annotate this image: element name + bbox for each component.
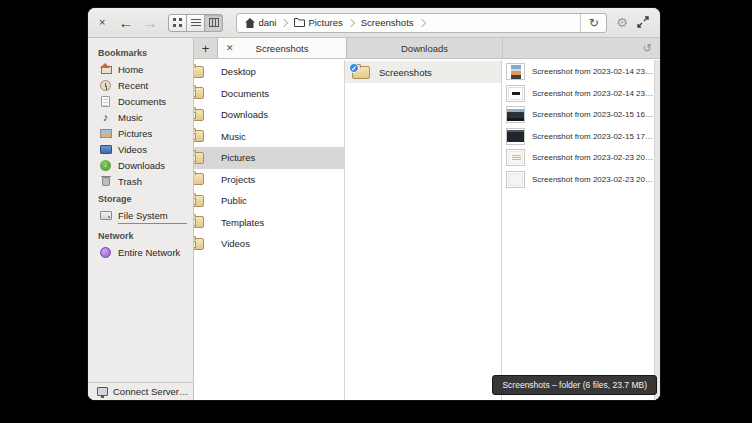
sidebar-item-home[interactable]: Home bbox=[88, 61, 193, 77]
settings-menu-button[interactable]: ⚙ bbox=[616, 16, 628, 29]
breadcrumb-label: dani bbox=[258, 17, 276, 28]
tab-history-button[interactable]: ↺ bbox=[634, 38, 660, 58]
file-row[interactable]: Screenshot from 2023-02-15 17… bbox=[502, 126, 654, 148]
home-icon bbox=[245, 18, 255, 28]
connect-server-label: Connect Server… bbox=[113, 386, 189, 397]
miller-columns: Desktop Documents Downloads Music Pictur… bbox=[194, 60, 660, 400]
folder-row-pictures[interactable]: Pictures bbox=[194, 147, 344, 169]
tab-close-icon[interactable]: ✕ bbox=[226, 43, 234, 53]
folder-row-projects[interactable]: Projects bbox=[194, 169, 344, 191]
sidebar-item-trash[interactable]: Trash bbox=[88, 173, 193, 189]
folder-label: Screenshots bbox=[379, 67, 432, 78]
folder-row-desktop[interactable]: Desktop bbox=[194, 61, 344, 83]
status-overlay: Screenshots – folder (6 files, 23.7 MB) bbox=[492, 375, 657, 395]
videos-icon bbox=[99, 143, 112, 156]
column-view-icon bbox=[209, 18, 219, 27]
folder-icon bbox=[194, 195, 204, 207]
folder-label: Videos bbox=[221, 238, 250, 249]
file-thumbnail bbox=[506, 85, 525, 102]
grid-view-button[interactable] bbox=[168, 14, 187, 32]
folder-row-templates[interactable]: Templates bbox=[194, 212, 344, 234]
view-switcher bbox=[169, 14, 223, 32]
folder-icon bbox=[194, 216, 204, 228]
trash-icon bbox=[99, 175, 112, 188]
tab-label: Downloads bbox=[401, 43, 448, 54]
tab-bar: + ✕ Screenshots Downloads ↺ bbox=[194, 38, 660, 59]
file-name: Screenshot from 2023-02-14 23… bbox=[532, 89, 653, 98]
tab-label: Screenshots bbox=[256, 43, 309, 54]
sidebar-item-music[interactable]: ♪ Music bbox=[88, 109, 193, 125]
sidebar-item-label: File System bbox=[118, 210, 168, 221]
fullscreen-button[interactable] bbox=[637, 14, 649, 32]
breadcrumb-screenshots[interactable]: Screenshots bbox=[359, 17, 416, 28]
filesystem-icon bbox=[99, 209, 112, 222]
file-row[interactable]: Screenshot from 2023-02-14 23… bbox=[502, 61, 654, 83]
file-manager-window: × ← → dani Pictures Screenshots ↻ ⚙ bbox=[88, 8, 660, 400]
file-thumbnail bbox=[506, 171, 525, 188]
file-row[interactable]: Screenshot from 2023-02-15 16… bbox=[502, 104, 654, 126]
column-view-button[interactable] bbox=[204, 14, 223, 32]
sidebar-item-videos[interactable]: Videos bbox=[88, 141, 193, 157]
file-name: Screenshot from 2023-02-15 17… bbox=[532, 132, 653, 141]
folder-label: Templates bbox=[221, 217, 264, 228]
tab-screenshots[interactable]: ✕ Screenshots bbox=[217, 38, 347, 58]
connect-server-button[interactable]: Connect Server… bbox=[88, 382, 193, 400]
sidebar-section-storage: Storage bbox=[88, 189, 193, 207]
folder-label: Downloads bbox=[221, 109, 268, 120]
sidebar-item-recent[interactable]: Recent bbox=[88, 77, 193, 93]
window-close-button[interactable]: × bbox=[99, 17, 105, 28]
back-button[interactable]: ← bbox=[118, 15, 133, 30]
sidebar: Bookmarks Home Recent Documents ♪ Music … bbox=[88, 38, 194, 400]
sidebar-item-file-system[interactable]: File System bbox=[88, 207, 193, 223]
disk-usage-bar bbox=[118, 223, 187, 224]
sidebar-item-entire-network[interactable]: Entire Network bbox=[88, 244, 193, 260]
sidebar-item-documents[interactable]: Documents bbox=[88, 93, 193, 109]
folder-row-documents[interactable]: Documents bbox=[194, 83, 344, 105]
sidebar-item-downloads[interactable]: ↓ Downloads bbox=[88, 157, 193, 173]
status-text: Screenshots – folder (6 files, 23.7 MB) bbox=[502, 380, 647, 390]
sidebar-item-label: Videos bbox=[118, 144, 147, 155]
folder-icon bbox=[194, 66, 204, 78]
home-icon bbox=[99, 63, 112, 76]
sidebar-item-pictures[interactable]: Pictures bbox=[88, 125, 193, 141]
server-icon bbox=[97, 387, 108, 396]
sidebar-item-label: Pictures bbox=[118, 128, 152, 139]
tab-downloads[interactable]: Downloads bbox=[347, 38, 503, 58]
sidebar-item-label: Trash bbox=[118, 176, 142, 187]
file-name: Screenshot from 2023-02-15 16… bbox=[532, 110, 653, 119]
folder-row-videos[interactable]: Videos bbox=[194, 233, 344, 255]
sidebar-section-bookmarks: Bookmarks bbox=[88, 43, 193, 61]
sidebar-item-label: Documents bbox=[118, 96, 166, 107]
sidebar-item-label: Entire Network bbox=[118, 247, 180, 258]
breadcrumb-pictures[interactable]: Pictures bbox=[292, 17, 344, 28]
folder-icon bbox=[194, 130, 204, 142]
forward-button[interactable]: → bbox=[142, 15, 157, 30]
file-row[interactable]: Screenshot from 2023-02-14 23… bbox=[502, 83, 654, 105]
folder-row-downloads[interactable]: Downloads bbox=[194, 104, 344, 126]
scroll-gutter[interactable] bbox=[654, 60, 660, 400]
file-name: Screenshot from 2023-02-23 20… bbox=[532, 153, 653, 162]
folder-label: Desktop bbox=[221, 66, 256, 77]
folder-icon bbox=[194, 152, 204, 164]
folder-label: Music bbox=[221, 131, 246, 142]
column-home-folders: Desktop Documents Downloads Music Pictur… bbox=[194, 60, 345, 400]
new-tab-button[interactable]: + bbox=[194, 38, 217, 58]
list-view-icon bbox=[191, 19, 201, 26]
folder-row-screenshots[interactable]: ✓ Screenshots bbox=[345, 61, 501, 83]
folder-icon bbox=[194, 173, 204, 185]
folder-label: Documents bbox=[221, 88, 269, 99]
breadcrumb-separator-icon bbox=[417, 18, 425, 26]
folder-row-public[interactable]: Public bbox=[194, 190, 344, 212]
folder-label: Pictures bbox=[221, 152, 255, 163]
file-thumbnail bbox=[506, 63, 525, 80]
file-row[interactable]: Screenshot from 2023-02-23 20… bbox=[502, 169, 654, 191]
breadcrumb-home[interactable]: dani bbox=[237, 17, 278, 28]
folder-row-music[interactable]: Music bbox=[194, 126, 344, 148]
list-view-button[interactable] bbox=[186, 14, 205, 32]
recent-icon bbox=[99, 79, 112, 92]
file-name: Screenshot from 2023-02-23 20… bbox=[532, 175, 653, 184]
expand-icon bbox=[637, 16, 649, 28]
refresh-button[interactable]: ↻ bbox=[580, 14, 606, 32]
file-row[interactable]: Screenshot from 2023-02-23 20… bbox=[502, 147, 654, 169]
network-icon bbox=[99, 246, 112, 259]
